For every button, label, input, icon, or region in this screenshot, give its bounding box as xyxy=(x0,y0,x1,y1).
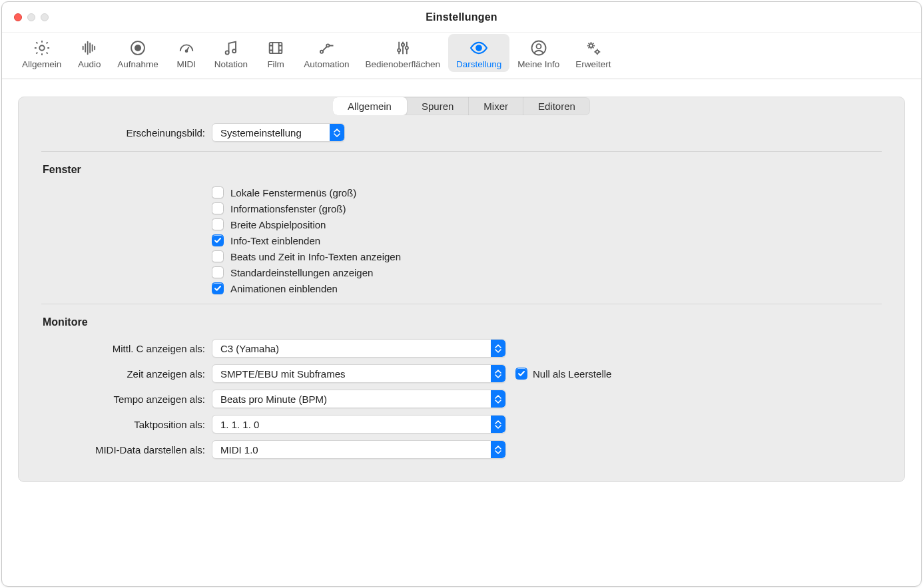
tab-control-surfaces[interactable]: Bedienoberflächen xyxy=(357,34,448,72)
monitore-row: MIDI-Data darstellen als:MIDI 1.0 xyxy=(41,440,882,459)
subtab-allgemein[interactable]: Allgemein xyxy=(333,97,407,115)
checkbox[interactable] xyxy=(212,266,224,278)
subtab-editoren[interactable]: Editoren xyxy=(523,97,590,115)
row-label: Mittl. C anzeigen als: xyxy=(41,343,212,354)
checkbox[interactable] xyxy=(212,250,224,262)
tab-film[interactable]: Film xyxy=(256,34,296,72)
tab-midi[interactable]: MIDI xyxy=(166,34,206,72)
dropdown[interactable]: 1. 1. 1. 0 xyxy=(212,415,506,434)
content-area: Allgemein Spuren Mixer Editoren Erschein… xyxy=(2,79,921,586)
checkbox-label: Informationsfenster (groß) xyxy=(230,203,346,214)
tab-label: Film xyxy=(267,59,284,69)
monitore-row: Zeit anzeigen als:SMPTE/EBU mit Subframe… xyxy=(41,364,882,383)
svg-point-11 xyxy=(226,51,229,54)
subtab-spuren[interactable]: Spuren xyxy=(407,97,469,115)
tab-label: Erweitert xyxy=(575,59,611,69)
subtabs: Allgemein Spuren Mixer Editoren xyxy=(19,89,904,115)
tab-label: Allgemein xyxy=(22,59,61,69)
minimize-window-button[interactable] xyxy=(27,13,35,21)
chevron-updown-icon xyxy=(330,124,344,141)
checkbox-row: Standardeinstellungen anzeigen xyxy=(41,266,882,278)
checkbox[interactable] xyxy=(212,282,224,294)
row-control: 1. 1. 1. 0 xyxy=(212,415,882,434)
row-control: MIDI 1.0 xyxy=(212,440,882,459)
checkbox-label: Breite Abspielposition xyxy=(230,219,326,230)
checkbox-row: Lokale Fenstermenüs (groß) xyxy=(41,186,882,198)
tab-darstellung[interactable]: Darstellung xyxy=(448,34,509,72)
svg-point-0 xyxy=(39,45,44,50)
tab-my-info[interactable]: Meine Info xyxy=(509,34,567,72)
zoom-window-button[interactable] xyxy=(41,13,49,21)
tab-label: Notation xyxy=(214,59,248,69)
checkbox-row: Beats und Zeit in Info-Texten anzeigen xyxy=(41,250,882,262)
tab-label: Bedienoberflächen xyxy=(365,59,440,69)
svg-point-32 xyxy=(596,51,599,53)
tab-label: Meine Info xyxy=(517,59,559,69)
dropdown[interactable]: Beats pro Minute (BPM) xyxy=(212,390,506,408)
waveform-icon xyxy=(79,38,99,58)
appearance-row: Erscheinungsbild: Systemeinstellung xyxy=(41,123,882,142)
appearance-select[interactable]: Systemeinstellung xyxy=(212,123,345,142)
row-control: C3 (Yamaha) xyxy=(212,339,882,358)
checkbox[interactable] xyxy=(515,368,527,380)
svg-point-8 xyxy=(135,45,141,51)
form: Erscheinungsbild: Systemeinstellung Fens… xyxy=(19,123,904,459)
dropdown[interactable]: MIDI 1.0 xyxy=(212,440,506,459)
dropdown[interactable]: C3 (Yamaha) xyxy=(212,339,506,358)
chevron-updown-icon xyxy=(491,441,505,458)
checkbox[interactable] xyxy=(212,186,224,198)
monitore-row: Taktposition als:1. 1. 1. 0 xyxy=(41,415,882,434)
tab-label: MIDI xyxy=(177,59,196,69)
row-label: MIDI-Data darstellen als: xyxy=(41,444,212,455)
gears-icon xyxy=(583,38,603,58)
row-label: Zeit anzeigen als: xyxy=(41,368,212,380)
checkbox[interactable] xyxy=(212,234,224,246)
checkbox-label: Standardeinstellungen anzeigen xyxy=(230,267,373,278)
monitore-row: Mittl. C anzeigen als:C3 (Yamaha) xyxy=(41,339,882,358)
subtab-mixer[interactable]: Mixer xyxy=(469,97,523,115)
tab-label: Automation xyxy=(304,59,349,69)
checkbox-label: Animationen einblenden xyxy=(230,283,338,294)
chevron-updown-icon xyxy=(491,416,505,433)
svg-point-28 xyxy=(476,45,481,51)
content-panel: Allgemein Spuren Mixer Editoren Erschein… xyxy=(18,97,905,482)
gauge-icon xyxy=(176,38,196,58)
tab-audio[interactable]: Audio xyxy=(69,34,109,72)
tab-label: Aufnahme xyxy=(117,59,158,69)
select-value: Beats pro Minute (BPM) xyxy=(212,394,491,405)
svg-point-20 xyxy=(320,51,323,53)
film-icon xyxy=(266,38,286,58)
section-fenster-title: Fenster xyxy=(41,164,882,176)
segmented-control: Allgemein Spuren Mixer Editoren xyxy=(333,97,590,115)
subtab-label: Spuren xyxy=(422,101,454,112)
checkbox[interactable] xyxy=(212,202,224,214)
tab-advanced[interactable]: Erweitert xyxy=(567,34,619,72)
music-note-icon xyxy=(221,38,241,58)
checkbox-label: Info-Text einblenden xyxy=(230,235,320,246)
gear-icon xyxy=(32,38,52,58)
checkbox-label: Lokale Fenstermenüs (groß) xyxy=(230,187,356,198)
section-monitore-title: Monitore xyxy=(41,316,882,328)
automation-icon xyxy=(316,38,336,58)
chevron-updown-icon xyxy=(491,340,505,357)
appearance-label: Erscheinungsbild: xyxy=(41,127,212,139)
checkbox-label: Null als Leerstelle xyxy=(533,368,611,380)
tab-label: Darstellung xyxy=(456,59,501,69)
tab-automation[interactable]: Automation xyxy=(296,34,357,72)
dropdown[interactable]: SMPTE/EBU mit Subframes xyxy=(212,364,506,383)
tab-aufnahme[interactable]: Aufnahme xyxy=(109,34,166,72)
svg-point-10 xyxy=(185,50,187,52)
window-title: Einstellungen xyxy=(2,11,921,23)
tab-notation[interactable]: Notation xyxy=(206,34,256,72)
svg-point-25 xyxy=(398,49,400,51)
tab-allgemein[interactable]: Allgemein xyxy=(14,34,69,72)
eye-icon xyxy=(469,38,489,58)
person-circle-icon xyxy=(529,38,549,58)
row-label: Tempo anzeigen als: xyxy=(41,394,212,405)
select-value: SMPTE/EBU mit Subframes xyxy=(212,368,491,380)
checkbox[interactable] xyxy=(212,218,224,230)
select-value: Systemeinstellung xyxy=(212,127,330,139)
record-icon xyxy=(128,38,148,58)
subtab-label: Editoren xyxy=(538,101,575,112)
close-window-button[interactable] xyxy=(14,13,22,21)
